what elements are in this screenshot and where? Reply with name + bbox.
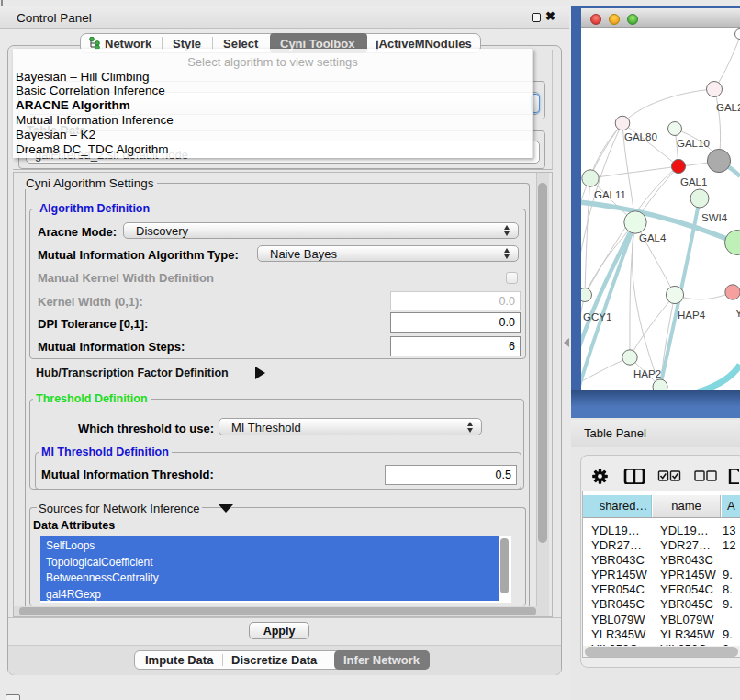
svg-text:GAL4: GAL4 xyxy=(639,232,667,243)
svg-text:GAL2: GAL2 xyxy=(716,102,740,113)
svg-text:HAP4: HAP4 xyxy=(678,310,706,321)
svg-text:GAL80: GAL80 xyxy=(624,131,657,142)
svg-text:GAL1: GAL1 xyxy=(680,176,707,187)
svg-text:HAP2: HAP2 xyxy=(633,368,661,379)
svg-text:SWI4: SWI4 xyxy=(701,212,728,223)
svg-text:Y: Y xyxy=(735,308,740,319)
svg-text:GAL10: GAL10 xyxy=(677,138,710,149)
svg-text:GAL11: GAL11 xyxy=(594,189,626,200)
svg-text:GCY1: GCY1 xyxy=(583,311,611,322)
